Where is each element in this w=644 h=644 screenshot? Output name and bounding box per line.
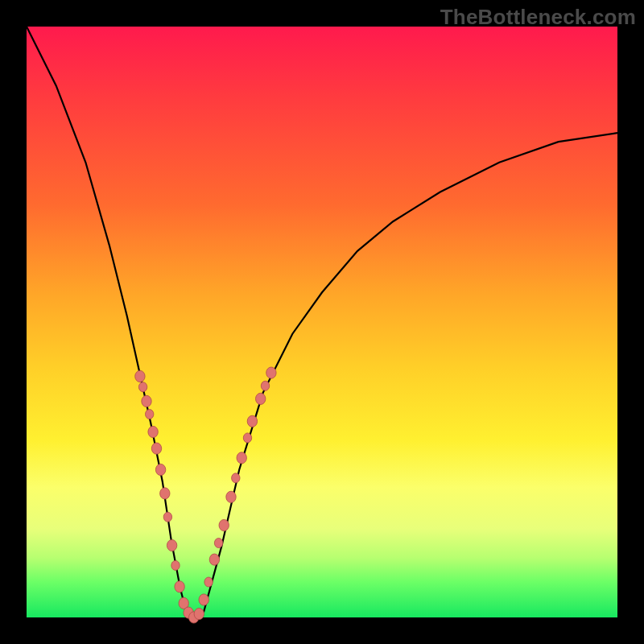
data-marker bbox=[138, 382, 147, 392]
data-marker bbox=[155, 464, 165, 475]
data-marker bbox=[214, 539, 222, 548]
data-marker bbox=[232, 473, 240, 483]
data-marker bbox=[151, 443, 161, 454]
data-marker bbox=[175, 581, 184, 592]
chart-svg bbox=[27, 27, 617, 617]
data-marker bbox=[167, 539, 176, 551]
data-marker bbox=[243, 433, 251, 443]
plot-area bbox=[27, 27, 617, 617]
data-marker bbox=[219, 519, 229, 530]
data-marker bbox=[204, 577, 213, 587]
data-marker bbox=[194, 609, 204, 620]
data-marker bbox=[247, 415, 257, 427]
data-marker bbox=[142, 395, 151, 407]
chart-frame: TheBottleneck.com bbox=[0, 0, 644, 644]
data-marker bbox=[261, 381, 269, 390]
data-marker bbox=[256, 393, 266, 404]
data-marker bbox=[163, 512, 171, 522]
data-marker bbox=[199, 594, 208, 605]
data-marker bbox=[209, 554, 219, 565]
data-marker bbox=[171, 560, 180, 570]
data-marker bbox=[237, 452, 246, 464]
data-marker bbox=[148, 426, 158, 437]
data-marker bbox=[135, 370, 145, 382]
data-marker bbox=[146, 410, 154, 419]
data-marker bbox=[160, 488, 170, 499]
data-marker bbox=[226, 491, 236, 502]
bottleneck-curve bbox=[27, 27, 617, 617]
marker-group bbox=[135, 367, 276, 623]
data-marker bbox=[266, 367, 276, 378]
